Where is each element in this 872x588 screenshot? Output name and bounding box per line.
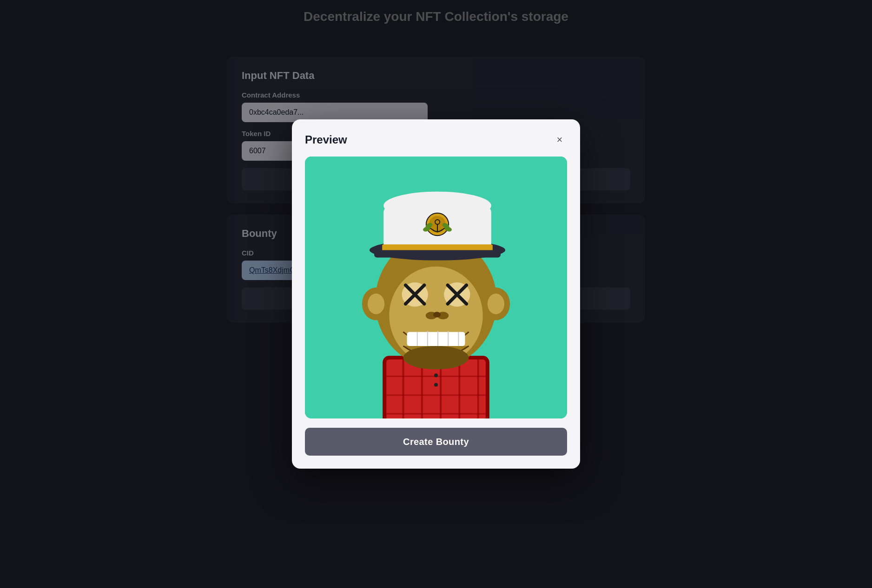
preview-modal: Preview × [292,119,580,469]
create-bounty-button[interactable]: Create Bounty [305,428,567,456]
svg-point-14 [434,383,438,386]
modal-title: Preview [305,133,347,146]
modal-overlay: Preview × [0,0,872,588]
nft-image [305,157,567,418]
svg-rect-31 [407,332,465,346]
nft-image-container [305,157,567,418]
modal-header: Preview × [305,132,567,147]
svg-point-37 [403,346,469,369]
svg-point-18 [368,294,384,314]
modal-close-button[interactable]: × [552,132,567,147]
close-icon: × [557,134,563,146]
svg-point-20 [488,294,504,314]
svg-point-13 [434,373,438,377]
svg-rect-42 [374,250,501,257]
svg-point-30 [433,312,441,317]
